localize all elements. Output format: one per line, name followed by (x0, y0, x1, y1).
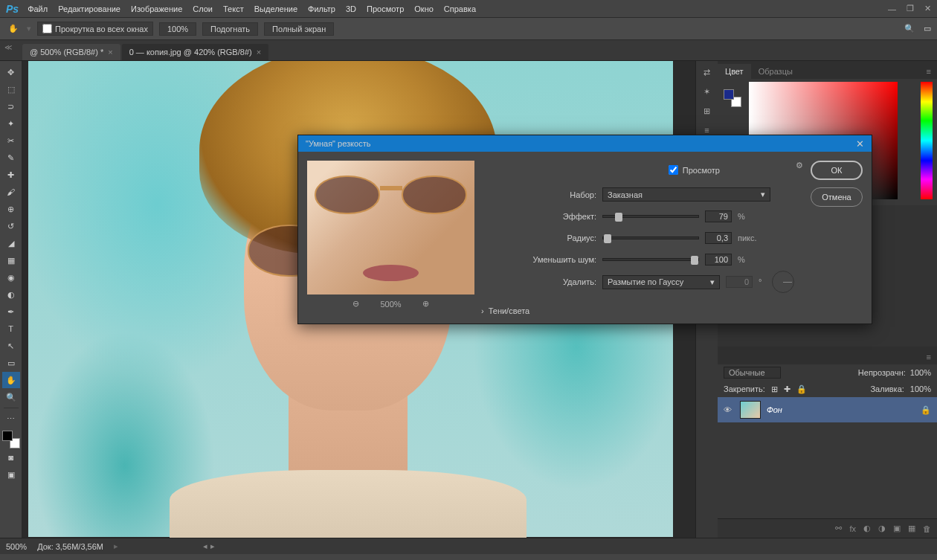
preview-image[interactable] (307, 161, 474, 295)
foreground-background-swatches[interactable] (2, 431, 20, 448)
brushes-panel-icon[interactable]: ✶ (700, 85, 715, 98)
layer-name[interactable]: Фон (767, 405, 782, 414)
zoom-100-button[interactable]: 100% (159, 22, 196, 36)
blend-mode-dropdown[interactable]: Обычные (724, 367, 781, 379)
menu-3d[interactable]: 3D (346, 4, 356, 13)
crop-tool[interactable]: ✂ (2, 132, 20, 149)
color-fgbg-swatches[interactable] (724, 89, 741, 107)
document-tab-2[interactable]: 0 — копия.jpg @ 420% (RGB/8#)× (122, 44, 268, 60)
properties-panel-icon[interactable]: ⊞ (700, 104, 715, 118)
fullscreen-button[interactable]: Полный экран (264, 22, 334, 36)
dodge-tool[interactable]: ◐ (2, 286, 20, 303)
radius-slider[interactable] (602, 236, 699, 239)
path-tool[interactable]: ↖ (2, 338, 20, 354)
layer-fx-icon[interactable]: fx (849, 524, 856, 533)
move-tool[interactable]: ✥ (2, 64, 20, 80)
close-icon[interactable]: ✕ (856, 138, 864, 149)
ok-button[interactable]: ОК (811, 161, 863, 180)
blur-tool[interactable]: ◉ (2, 269, 20, 286)
lasso-tool[interactable]: ⊃ (2, 98, 20, 115)
lock-all-icon[interactable]: 🔒 (796, 384, 807, 394)
scroll-right-icon[interactable]: ▸ (210, 541, 215, 551)
brush-tool[interactable]: 🖌 (2, 184, 20, 200)
stamp-tool[interactable]: ⊕ (2, 201, 20, 217)
panel-menu-icon[interactable]: ≡ (921, 350, 937, 364)
close-icon[interactable]: × (108, 48, 112, 57)
edit-toolbar[interactable]: ⋯ (2, 411, 20, 427)
menu-layer[interactable]: Слои (193, 4, 213, 13)
opacity-value[interactable]: 100% (910, 368, 931, 377)
remove-dropdown[interactable]: Размытие по Гауссу▾ (602, 275, 720, 289)
visibility-icon[interactable]: 👁 (724, 405, 734, 414)
layer-thumbnail[interactable] (740, 401, 761, 419)
layer-row-background[interactable]: 👁 Фон 🔒 (718, 397, 937, 422)
healing-tool[interactable]: ✚ (2, 167, 20, 183)
minimize-button[interactable]: — (888, 4, 896, 13)
fill-value[interactable]: 100% (910, 384, 931, 393)
lock-position-icon[interactable]: ✚ (784, 384, 791, 394)
preview-zoom-value[interactable]: 500% (380, 300, 401, 309)
gear-icon[interactable]: ⚙ (796, 161, 803, 170)
status-doc-size[interactable]: Док: 3,56M/3,56M (37, 542, 103, 551)
menu-filter[interactable]: Фильтр (308, 4, 335, 13)
eyedropper-tool[interactable]: ✎ (2, 149, 20, 166)
noise-input[interactable] (705, 254, 732, 265)
pen-tool[interactable]: ✒ (2, 303, 20, 320)
hue-slider[interactable] (921, 82, 933, 199)
menu-help[interactable]: Справка (444, 4, 476, 13)
swatches-tab[interactable]: Образцы (751, 64, 800, 79)
menu-edit[interactable]: Редактирование (58, 4, 120, 13)
hand-tool-icon: ✋ (6, 22, 21, 36)
delete-layer-icon[interactable]: 🗑 (923, 524, 931, 533)
amount-input[interactable] (705, 210, 732, 222)
preset-dropdown[interactable]: Заказная▾ (602, 187, 770, 202)
menu-window[interactable]: Окно (414, 4, 434, 13)
type-tool[interactable]: T (2, 321, 20, 337)
new-layer-icon[interactable]: ▦ (908, 524, 915, 533)
fit-button[interactable]: Подогнать (202, 22, 258, 36)
lock-pixels-icon[interactable]: ⊞ (771, 384, 778, 394)
cancel-button[interactable]: Отмена (811, 187, 863, 207)
close-button[interactable]: ✕ (924, 4, 931, 13)
hand-tool[interactable]: ✋ (2, 372, 20, 388)
eraser-tool[interactable]: ◢ (2, 235, 20, 251)
history-panel-icon[interactable]: ⇄ (700, 65, 715, 79)
menu-file[interactable]: Файл (28, 4, 48, 13)
zoom-tool[interactable]: 🔍 (2, 389, 20, 405)
search-icon[interactable]: 🔍 (904, 24, 915, 33)
panel-menu-icon[interactable]: ≡ (921, 64, 937, 79)
zoom-out-icon[interactable]: ⊖ (352, 299, 359, 309)
menu-select[interactable]: Выделение (254, 4, 297, 13)
status-zoom[interactable]: 500% (6, 542, 27, 551)
scroll-all-windows-checkbox[interactable]: Прокрутка во всех окнах (37, 22, 153, 36)
wand-tool[interactable]: ✦ (2, 115, 20, 132)
layer-mask-icon[interactable]: ◐ (863, 524, 871, 533)
maximize-button[interactable]: ❐ (907, 4, 914, 13)
angle-dial[interactable] (772, 271, 794, 293)
shadows-highlights-expand[interactable]: › Тени/света (481, 306, 794, 315)
marquee-tool[interactable]: ⬚ (2, 81, 20, 97)
group-icon[interactable]: ▣ (893, 524, 901, 533)
amount-slider[interactable] (602, 215, 699, 218)
scroll-left-icon[interactable]: ◂ (203, 541, 207, 551)
preview-checkbox[interactable] (669, 165, 678, 175)
screenmode-toggle[interactable]: ▣ (2, 466, 20, 483)
link-layers-icon[interactable]: ⚯ (835, 524, 842, 533)
zoom-in-icon[interactable]: ⊕ (422, 299, 429, 309)
shape-tool[interactable]: ▭ (2, 355, 20, 371)
document-tab-1[interactable]: @ 500% (RGB/8#) *× (22, 44, 120, 60)
history-brush-tool[interactable]: ↺ (2, 218, 20, 234)
menu-text[interactable]: Текст (223, 4, 244, 13)
tabstrip-collapse[interactable]: ≪ (4, 43, 12, 51)
menu-view[interactable]: Просмотр (367, 4, 404, 13)
quickmask-toggle[interactable]: ◙ (2, 449, 20, 466)
dialog-titlebar[interactable]: "Умная" резкость ✕ (298, 135, 872, 152)
close-icon[interactable]: × (257, 48, 261, 57)
adjustment-layer-icon[interactable]: ◑ (878, 524, 886, 533)
workspace-button[interactable]: ▭ (924, 24, 931, 33)
color-tab[interactable]: Цвет (718, 64, 751, 79)
radius-input[interactable] (705, 232, 732, 244)
noise-slider[interactable] (602, 258, 699, 261)
gradient-tool[interactable]: ▦ (2, 252, 20, 268)
menu-image[interactable]: Изображение (131, 4, 182, 13)
